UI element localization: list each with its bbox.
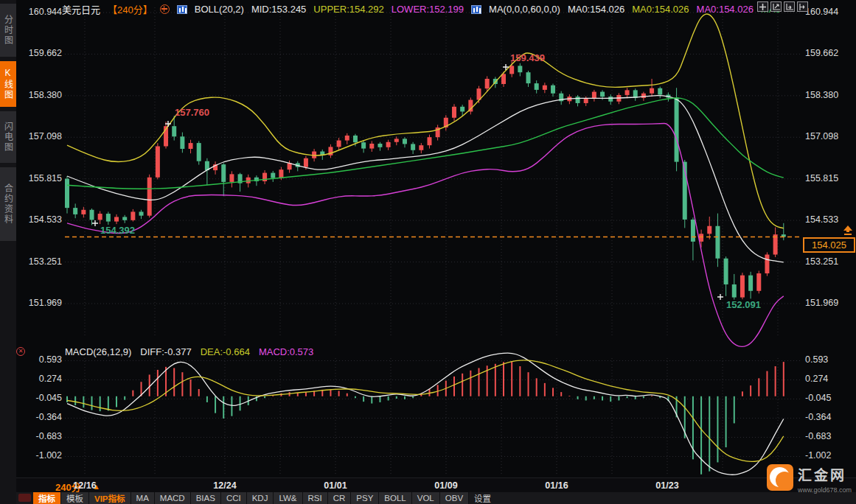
chart-toolbar-icons (757, 1, 808, 12)
expand-right-icon[interactable] (797, 1, 808, 12)
boll-lower-value: LOWER:152.199 (392, 4, 464, 15)
indicator-tab-RSI[interactable]: RSI (303, 492, 328, 504)
pan-axis-icon[interactable] (784, 1, 795, 12)
price-annotation: 154.392 (100, 225, 135, 236)
macd-label: MACD(26,12,9) (65, 346, 131, 357)
logo-icon (767, 464, 793, 491)
indicator-tab-MACD[interactable]: MACD (155, 492, 191, 504)
price-annotation: 157.760 (175, 107, 209, 118)
date-label: 12/16 (73, 480, 96, 491)
close-indicator-icon[interactable]: ✕ (16, 347, 25, 356)
logo-url: www.gold678.com (798, 486, 852, 494)
indicator-tab-指标[interactable]: 指标 (33, 492, 61, 504)
sidebar: 分时图 K线图 闪电图 合约资料 (0, 0, 16, 504)
period-label: 【240分】 (108, 2, 153, 16)
indicator-tab-BIAS[interactable]: BIAS (191, 492, 221, 504)
collapse-button[interactable] (18, 494, 31, 502)
boll-chip-icon[interactable] (177, 5, 187, 14)
sidebar-item-contract-info[interactable]: 合约资料 (0, 167, 16, 241)
logo-title: 汇金网 (798, 464, 852, 484)
date-label: 12/24 (213, 480, 236, 491)
symbol-title: 美元日元 (62, 2, 100, 16)
indicator-tab-设置[interactable]: 设置 (469, 492, 496, 504)
indicator-tab-模板[interactable]: 模板 (61, 492, 89, 504)
macd-macd-value: MACD:0.573 (259, 346, 313, 357)
indicator-tab-VOL[interactable]: VOL (412, 492, 440, 504)
indicator-tab-PSY[interactable]: PSY (351, 492, 379, 504)
indicator-tab-BOLL[interactable]: BOLL (379, 492, 411, 504)
price-annotation: 152.091 (726, 299, 761, 310)
indicator-tab-KDJ[interactable]: KDJ (247, 492, 274, 504)
boll-label: BOLL(20,2) (195, 4, 244, 15)
date-label: 01/01 (324, 480, 347, 491)
indicator-tab-LW&[interactable]: LW& (274, 492, 302, 504)
date-axis-row: 240分 ▲ 12/1612/2401/0101/0901/1601/23 (16, 477, 856, 492)
sidebar-item-flash[interactable]: 闪电图 (0, 111, 16, 163)
macd-diff-value: DIFF:-0.377 (140, 346, 191, 357)
indicator-tab-VIP指标[interactable]: VIP指标 (89, 492, 131, 504)
last-price-arrow-icon (842, 225, 854, 239)
ma-chip-icon[interactable] (471, 5, 481, 14)
indicator-tab-CR[interactable]: CR (328, 492, 352, 504)
ma0-magenta-value: MA0:154.026 (697, 4, 754, 15)
boll-upper-value: UPPER:154.292 (313, 4, 383, 15)
date-label: 01/23 (655, 480, 678, 491)
sidebar-item-kline[interactable]: K线图 (0, 61, 16, 107)
indicator-tab-CCI[interactable]: CCI (221, 492, 247, 504)
indicator-tab-OBV[interactable]: OBV (440, 492, 469, 504)
date-label: 01/16 (545, 480, 568, 491)
ma0-yellow-value: MA0:154.026 (632, 4, 689, 15)
macd-dea-value: DEA:-0.664 (201, 346, 250, 357)
boll-mid-value: MID:153.245 (251, 4, 306, 15)
site-logo: 汇金网 www.gold678.com (767, 464, 852, 494)
macd-header: MACD(26,12,9) DIFF:-0.377 DEA:-0.664 MAC… (65, 346, 313, 357)
chart-window: 分时图 K线图 闪电图 合约资料 美元日元 【240分】 BOLL(20,2) … (0, 0, 856, 504)
price-annotation: 159.439 (510, 52, 545, 63)
sidebar-item-timeline[interactable]: 分时图 (0, 4, 16, 57)
last-price-badge: 154.025 (803, 237, 855, 253)
target-icon[interactable] (160, 4, 170, 14)
chart-header: 美元日元 【240分】 BOLL(20,2) MID:153.245 UPPER… (62, 2, 781, 16)
ma0-white-value: MA0:154.026 (568, 4, 624, 15)
crosshair-icon[interactable] (757, 1, 768, 12)
indicator-toolbar: 指标模板VIP指标MAMACDBIASCCIKDJLW&RSICRPSYBOLL… (16, 492, 856, 504)
date-label: 01/09 (434, 480, 457, 491)
ma-label: MA(0,0,0,60,0,0) (489, 4, 560, 15)
chart-canvas[interactable] (0, 0, 856, 504)
indicator-tab-MA[interactable]: MA (131, 492, 155, 504)
zoom-axis-icon[interactable] (770, 1, 782, 12)
